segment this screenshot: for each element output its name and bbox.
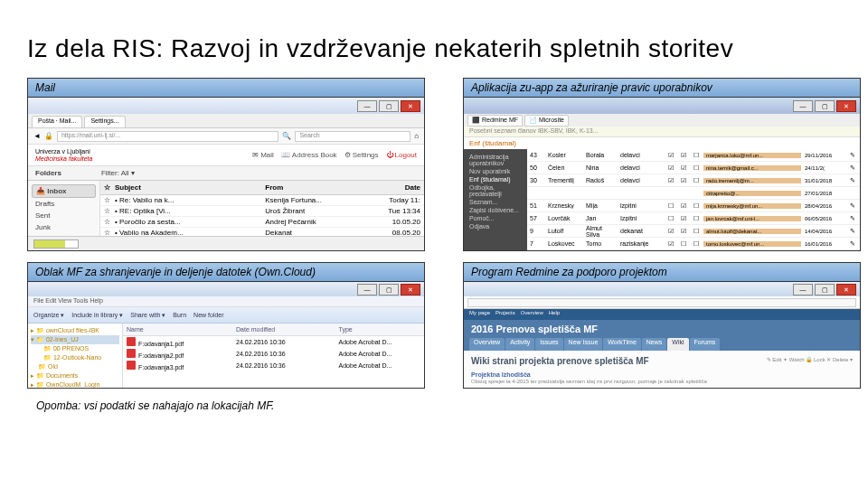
- checkbox[interactable]: ☐: [665, 215, 677, 222]
- table-row[interactable]: cittapretto@...27/01/2018: [527, 187, 860, 200]
- browser-tab-1[interactable]: Pošta · Mail...: [32, 116, 82, 127]
- top-link[interactable]: Projects: [495, 310, 515, 319]
- col-from[interactable]: From: [261, 183, 379, 192]
- tree-node[interactable]: 📁 12-Outlook-Nano: [31, 353, 119, 362]
- top-link[interactable]: My page: [469, 310, 490, 319]
- checkbox[interactable]: ☑: [665, 177, 677, 184]
- table-row[interactable]: 9LutolfAlmut Silvadekanat☑☑☐almut.lutolf…: [527, 225, 860, 238]
- minimize-button[interactable]: —: [793, 284, 813, 296]
- checkbox[interactable]: ☑: [677, 152, 690, 159]
- folder-sent[interactable]: Sent: [32, 210, 96, 221]
- top-link[interactable]: Help: [549, 310, 560, 319]
- back-icon[interactable]: ◄: [33, 132, 41, 140]
- edit-icon[interactable]: ✎: [847, 164, 860, 172]
- checkbox[interactable]: ☐: [665, 202, 677, 210]
- tool-include[interactable]: Include in library ▾: [71, 312, 123, 319]
- checkbox[interactable]: ☑: [677, 164, 690, 172]
- checkbox[interactable]: ☑: [665, 152, 677, 159]
- tree-node[interactable]: 📁 00 PRENOS: [31, 344, 119, 353]
- tool-burn[interactable]: Burn: [173, 312, 186, 318]
- folder-inbox[interactable]: 📥 Inbox: [32, 184, 96, 198]
- folder-drafts[interactable]: Drafts: [32, 198, 96, 210]
- close-button[interactable]: ✕: [401, 284, 420, 296]
- tab-wiki[interactable]: Wiki: [667, 338, 688, 351]
- table-row[interactable]: 43KoslerBoraladelavci☑☑☐marjanca.loko@mf…: [527, 149, 860, 162]
- app-menu[interactable]: File Edit View Tools Help: [28, 296, 424, 307]
- sidebar-item[interactable]: Pomoč...: [467, 214, 524, 222]
- edit-icon[interactable]: ✎: [847, 215, 860, 222]
- tool-newfolder[interactable]: New folder: [193, 312, 223, 318]
- checkbox[interactable]: ☑: [677, 202, 690, 210]
- tab-newissue[interactable]: New Issue: [564, 338, 603, 351]
- file-row[interactable]: F:odavanja2.pdf24.02.2016 10:36Adobe Acr…: [123, 348, 424, 360]
- checkbox[interactable]: ☑: [665, 240, 677, 248]
- minimize-button[interactable]: —: [793, 100, 813, 112]
- tab-issues[interactable]: Issues: [535, 338, 562, 351]
- wiki-link[interactable]: Projektna Izhodišča: [471, 371, 853, 378]
- nav-addressbook[interactable]: 📖Address Book: [281, 151, 337, 159]
- search-input[interactable]: Search: [295, 131, 410, 142]
- col-date[interactable]: Date modified: [232, 326, 335, 333]
- tree-node[interactable]: ▸ 📁 Documents: [31, 371, 119, 380]
- checkbox[interactable]: ☐: [690, 228, 703, 235]
- checkbox[interactable]: ☐: [677, 240, 690, 248]
- table-row[interactable]: 30TrementljRadošdelavci☑☑☐rado.trementlj…: [527, 174, 860, 187]
- tab-redmine[interactable]: ⬛ Redmine MF: [467, 115, 523, 127]
- mail-row[interactable]: ☆• Re: Vabilo na k...Ksenija Fortuna...T…: [100, 195, 424, 206]
- browser-tab-2[interactable]: Settings...: [84, 116, 125, 127]
- sidebar-item[interactable]: Nov uporabnik: [467, 167, 524, 175]
- tab-forums[interactable]: Forums: [690, 338, 721, 351]
- checkbox[interactable]: ☐: [690, 202, 703, 210]
- table-row[interactable]: 57LovrčákJanIzpitni☐☑☐jan.lovrcak@mf.uni…: [527, 212, 860, 225]
- edit-icon[interactable]: ✎: [847, 240, 860, 248]
- tab-worktime[interactable]: WorkTime: [603, 338, 641, 351]
- checkbox[interactable]: ☐: [690, 152, 703, 159]
- nav-mail[interactable]: ✉Mail: [252, 151, 274, 159]
- tab-microsite[interactable]: 📄 Microsite: [524, 115, 569, 127]
- mail-row[interactable]: ☆• Poročilo za sesta...Andrej Pečarnik10…: [100, 217, 424, 228]
- sidebar-item[interactable]: Seznam...: [467, 198, 524, 206]
- table-row[interactable]: 51KrzneskyMijaizpitni☐☑☐mija.krznesky@mf…: [527, 200, 860, 212]
- edit-icon[interactable]: ✎: [847, 177, 860, 184]
- tree-node[interactable]: 📁 Old: [31, 362, 119, 371]
- close-button[interactable]: ✕: [836, 284, 856, 296]
- folder-junk[interactable]: Junk: [32, 221, 96, 233]
- checkbox[interactable]: ☑: [677, 215, 690, 222]
- maximize-button[interactable]: ▢: [815, 284, 835, 296]
- url-input[interactable]: https://mail.uni-lj.si/...: [57, 131, 278, 142]
- checkbox[interactable]: ☑: [665, 164, 677, 172]
- filter-select[interactable]: Filter: All ▾: [101, 169, 135, 177]
- col-star[interactable]: ☆: [100, 183, 111, 192]
- minimize-button[interactable]: —: [357, 100, 377, 112]
- table-row[interactable]: 7LoskovecTomoraziskanje☑☐☐tomo.loskovec@…: [527, 238, 860, 250]
- file-row[interactable]: F:odavanja3.pdf24.02.2016 10:36Adobe Acr…: [123, 360, 424, 371]
- sidebar-item[interactable]: Zapisi dobivene...: [467, 206, 524, 214]
- close-button[interactable]: ✕: [836, 100, 856, 112]
- mail-row[interactable]: ☆• RE: Optika [Vi...Uroš ŽibrantTue 13:3…: [100, 206, 424, 217]
- tab-overview[interactable]: Overview: [469, 338, 505, 351]
- sidebar-item[interactable]: Odjava: [467, 222, 524, 230]
- checkbox[interactable]: ☐: [690, 215, 703, 222]
- sidebar-item[interactable]: Administracija uporabnikov: [467, 153, 524, 167]
- nav-logout[interactable]: ⏻Logout: [386, 151, 417, 159]
- tree-node[interactable]: ▸ 📁 ownCloud files-IBK: [31, 326, 119, 335]
- sidebar-item[interactable]: Enf (študamal): [467, 175, 524, 183]
- tab-news[interactable]: News: [642, 338, 667, 351]
- checkbox[interactable]: ☐: [690, 240, 703, 248]
- tree-node[interactable]: ▾ 📁 02-Ines_UJ: [31, 335, 119, 344]
- wiki-actions[interactable]: ✎ Edit ✦ Watch 🔒 Lock ✕ Delete ▾: [767, 356, 853, 362]
- nav-settings[interactable]: ⚙Settings: [344, 151, 379, 159]
- tool-share[interactable]: Share with ▾: [130, 312, 165, 319]
- tab-activity[interactable]: Activity: [505, 338, 534, 351]
- edit-icon[interactable]: ✎: [847, 228, 860, 235]
- home-icon[interactable]: ⌂: [414, 132, 419, 140]
- col-type[interactable]: Type: [335, 326, 424, 333]
- col-name[interactable]: Name: [123, 326, 232, 333]
- maximize-button[interactable]: ▢: [815, 100, 835, 112]
- edit-icon[interactable]: ✎: [847, 152, 860, 159]
- tool-organize[interactable]: Organize ▾: [33, 312, 64, 319]
- maximize-button[interactable]: ▢: [379, 284, 399, 296]
- checkbox[interactable]: ☑: [677, 228, 690, 235]
- top-link[interactable]: Overview: [521, 310, 543, 319]
- checkbox[interactable]: ☐: [690, 164, 703, 172]
